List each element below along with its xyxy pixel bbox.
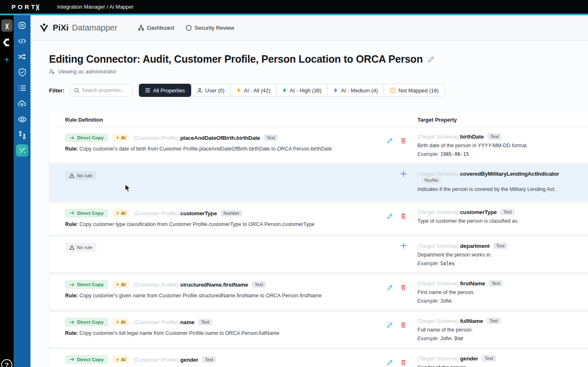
edit-rule-button[interactable]: [387, 359, 393, 367]
nav-security-review[interactable]: Security Review: [186, 25, 234, 31]
search-input[interactable]: [82, 87, 127, 93]
pencil-icon: [387, 359, 393, 366]
eye-icon[interactable]: [16, 113, 28, 125]
pixi-logo-icon: [39, 23, 49, 33]
filter-user[interactable]: User (0): [191, 84, 231, 97]
ai-badge: AI: [112, 281, 129, 288]
ai-badge: AI: [112, 209, 129, 217]
code-icon[interactable]: [16, 35, 28, 47]
target-example: Example: Sales: [417, 261, 581, 266]
no-rule-badge: No rule: [65, 243, 96, 252]
nav-security-review-label: Security Review: [194, 25, 234, 31]
filter-bar: Filter: All Properties User (0): [49, 84, 588, 97]
table-row: Direct Copy AI (Customer Profile).placeA…: [49, 127, 588, 163]
help-icon[interactable]: ?: [1, 359, 12, 367]
portx-app-icon[interactable]: )(: [1, 19, 13, 32]
shuffle-icon[interactable]: [16, 50, 28, 63]
delete-rule-button[interactable]: [401, 213, 406, 221]
main-area: PiXi Datamapper Dashboard Security Revie…: [30, 15, 588, 367]
trash-icon: [401, 284, 406, 291]
no-rule-badge: No rule: [65, 171, 96, 180]
add-rule-button[interactable]: [400, 170, 407, 179]
rule-text: Rule: Copy customer's full legal name fr…: [65, 330, 378, 337]
arrow-right-icon: [69, 211, 75, 215]
breadcrumb: Integration Manager / Ai Mapper: [57, 4, 134, 10]
target-type-badge: Yes/No: [421, 177, 441, 184]
tool-rail: [14, 15, 30, 367]
filter-ai-all[interactable]: AI - All (42): [230, 84, 276, 97]
portx-logo: PORT)(: [12, 3, 39, 10]
pixi-brand: PiXi Datamapper: [39, 23, 117, 33]
delete-rule-button[interactable]: [401, 359, 406, 367]
target-description: First name of the person.: [417, 289, 581, 296]
page-title: Editing Connector: Audit, Customer Profi…: [49, 53, 588, 65]
bolt-green-icon: [282, 87, 287, 93]
arrow-right-icon: [69, 136, 75, 140]
target-property: (Target Schema).fullNameText: [417, 318, 581, 324]
filter-all-properties[interactable]: All Properties: [139, 84, 191, 97]
target-property: (Target Schema).firstNameText: [417, 280, 581, 287]
search-box[interactable]: [70, 84, 133, 96]
source-type-badge: Text: [252, 281, 266, 288]
trash-icon: [401, 359, 406, 366]
source-property: (Customer Profile).customerTypeNumber: [134, 210, 242, 216]
target-type-badge: Text: [487, 133, 501, 140]
add-app-icon[interactable]: +: [5, 56, 9, 64]
alert-circle-icon: [390, 87, 396, 93]
search-icon: [74, 88, 80, 93]
table-row: No rule (Target Schema).coveredByMilitar…: [49, 163, 588, 201]
bolt-icon: [116, 282, 119, 287]
trash-icon: [401, 137, 406, 144]
edit-rule-button[interactable]: [387, 137, 393, 146]
user-edit-icon: [49, 69, 55, 74]
cloud-upload-icon[interactable]: [16, 97, 28, 110]
nav-dashboard[interactable]: Dashboard: [138, 25, 174, 31]
pencil-icon: [387, 322, 393, 329]
sitemap-icon: [138, 25, 144, 31]
user-icon: [197, 88, 202, 93]
hub-icon[interactable]: [16, 19, 28, 31]
target-example: Example: 1985-06-15: [417, 151, 581, 157]
delete-rule-button[interactable]: [401, 284, 406, 292]
target-description: Type of customer the person is classifie…: [417, 218, 581, 225]
header-rule-definition: Rule Definition: [49, 112, 382, 127]
target-description: Indicates if the person is covered by th…: [417, 186, 581, 193]
target-example: Example: John: [417, 298, 581, 304]
filter-not-mapped[interactable]: Not Mapped (18): [384, 84, 445, 97]
git-compare-icon[interactable]: [16, 129, 28, 141]
target-property: (Target Schema).customerTypeText: [417, 209, 581, 215]
source-property: (Customer Profile).nameText: [134, 319, 212, 325]
add-rule-button[interactable]: [400, 242, 407, 251]
delete-rule-button[interactable]: [401, 137, 406, 146]
target-property: (Target Schema).departmentText: [417, 242, 581, 249]
app-nav: PiXi Datamapper Dashboard Security Revie…: [30, 15, 588, 41]
magic-wand-icon[interactable]: [16, 144, 28, 157]
target-type-badge: Text: [482, 355, 496, 362]
shield-check-icon[interactable]: [16, 66, 28, 78]
trash-icon: [401, 322, 406, 328]
bolt-amber-icon: [237, 87, 241, 93]
list-icon[interactable]: [16, 82, 28, 94]
rule-text: Rule: Copy customer type classification …: [65, 221, 378, 228]
edit-title-icon[interactable]: [428, 56, 434, 63]
target-example: Example: John Doe: [417, 336, 581, 341]
source-type-badge: Text: [264, 134, 278, 141]
target-description: Gender of the person.: [417, 364, 581, 367]
target-type-badge: Text: [500, 209, 514, 215]
header-target-property: Target Property: [417, 112, 588, 127]
delete-rule-button[interactable]: [401, 322, 406, 330]
filter-ai-medium[interactable]: AI - Medium (4): [327, 84, 384, 97]
rule-text: Rule: Copy customer's given name from Cu…: [65, 292, 378, 300]
edit-rule-button[interactable]: [387, 322, 393, 330]
pencil-icon: [387, 137, 393, 144]
edit-rule-button[interactable]: [387, 213, 393, 221]
chevron-app-icon[interactable]: [3, 38, 11, 48]
target-property: (Target Schema).birthDateText: [417, 133, 581, 140]
arrow-right-icon: [69, 320, 75, 324]
source-property: (Customer Profile).placeAndDateOfBirth.b…: [134, 134, 278, 141]
target-property: (Target Schema).genderText: [417, 355, 581, 362]
brand-suffix: Datamapper: [72, 23, 117, 33]
filter-ai-high[interactable]: AI - High (38): [276, 84, 328, 97]
edit-rule-button[interactable]: [387, 284, 393, 293]
direct-copy-badge: Direct Copy: [65, 134, 108, 142]
